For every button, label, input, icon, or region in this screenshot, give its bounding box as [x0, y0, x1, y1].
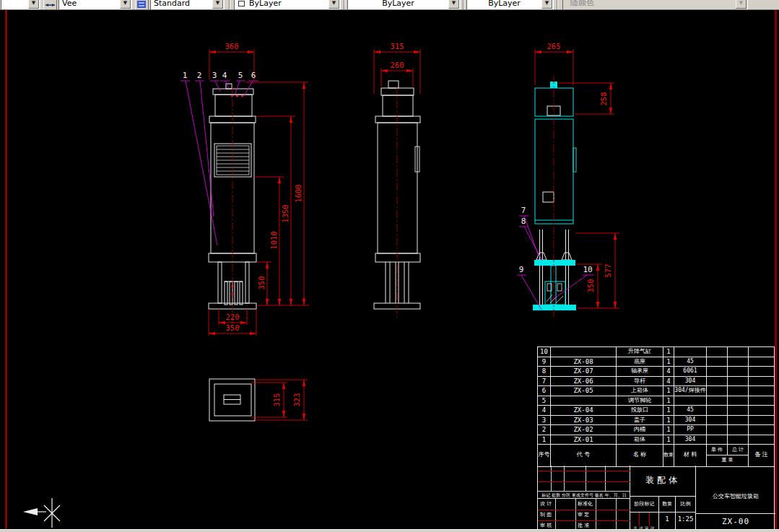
table-header-row: 序号 代 号 名 称 数量 材 料 单 件 总 计 重 量 备 注	[538, 445, 774, 466]
dim-text: 265	[547, 42, 561, 51]
dimstyle-combo[interactable]: Vee ▼	[58, 0, 132, 10]
part-qty: 1	[663, 425, 674, 435]
part-name: 调节脚轮	[617, 396, 663, 406]
color-value: ByLayer	[249, 0, 282, 8]
toolbar-separator	[557, 0, 558, 10]
table-row: 6 ZX-05 上箱体 1 304/焊接件	[538, 386, 774, 396]
toolbar-separator	[229, 0, 230, 10]
part-remark	[749, 425, 774, 435]
linetype-combo[interactable]: ByLayer ▼	[347, 0, 461, 10]
part-material: 45	[674, 357, 707, 367]
drawing-number: ZX-00	[696, 514, 775, 531]
part-code: ZX-05	[551, 386, 617, 396]
draft-label: 制 图	[540, 510, 552, 520]
header-weight-label: 重 量	[707, 455, 748, 465]
header-weight: 单 件 总 计 重 量	[707, 445, 749, 466]
chevron-down-icon[interactable]: ▼	[328, 0, 339, 9]
header-no: 序号	[538, 445, 551, 466]
chevron-down-icon[interactable]: ▼	[212, 0, 223, 9]
part-material: 45	[674, 406, 707, 415]
lineweight-value: ByLayer	[467, 0, 541, 8]
part-weight	[707, 416, 749, 425]
dim-text: 350	[586, 279, 595, 293]
properties-toolbar: ▼ Vee ▼ Standard ▼ ByLayer ▼	[0, 0, 779, 10]
part-material: 304/焊接件	[674, 386, 707, 396]
textstyle-combo[interactable]: Standard ▼	[150, 0, 225, 10]
dim-text: 258	[599, 92, 608, 106]
part-name: 升降气缸	[617, 347, 663, 357]
part-material: 304	[674, 435, 707, 445]
chevron-down-icon[interactable]: ▼	[120, 0, 131, 9]
part-weight	[707, 396, 749, 406]
part-no: 2	[538, 425, 551, 435]
part-no: 7	[538, 377, 551, 386]
part-material: 6061	[674, 367, 707, 376]
dim-text: 323	[292, 393, 301, 407]
part-no: 4	[538, 406, 551, 415]
part-weight	[707, 367, 749, 376]
chevron-down-icon[interactable]: ▼	[541, 0, 552, 9]
revision-grid	[538, 466, 630, 491]
part-weight	[707, 435, 749, 445]
part-material	[674, 396, 707, 406]
dim-text: 220	[226, 313, 240, 321]
part-name: 箱体	[617, 435, 663, 445]
approve-label: 审 定	[578, 510, 589, 520]
part-weight	[707, 377, 749, 386]
callout-number: 6	[251, 71, 256, 80]
part-remark	[749, 416, 774, 425]
header-material: 材 料	[674, 445, 707, 466]
lineweight-combo[interactable]: ByLayer ▼	[466, 0, 554, 10]
part-weight	[707, 347, 749, 357]
table-row: 3 ZX-03 盖子 1 304	[538, 416, 774, 426]
title-block-right: 公交车智能垃圾箱 ZX-00	[696, 466, 775, 531]
header-code: 代 号	[551, 445, 617, 466]
callout-number: 8	[521, 217, 526, 226]
part-remark	[749, 396, 774, 406]
linetype-value: ByLayer	[348, 0, 448, 8]
part-remark	[749, 357, 774, 367]
text-style-icon	[136, 0, 148, 9]
table-row: 2 ZX-02 内桶 1 PP	[538, 425, 774, 435]
layer-combo[interactable]: ▼	[1, 0, 40, 10]
callout-number: 1	[183, 71, 188, 80]
plotstyle-combo: 随颜色 ▼	[562, 0, 748, 10]
part-code: ZX-03	[551, 416, 617, 425]
chevron-down-icon[interactable]: ▼	[448, 0, 459, 9]
chevron-down-icon[interactable]: ▼	[28, 0, 39, 9]
part-weight	[707, 386, 749, 396]
part-name: 底座	[617, 357, 663, 367]
dim-text: 315	[391, 42, 404, 51]
table-row: 8 ZX-07 轴承座 4 6061	[538, 367, 774, 377]
callout-number: 9	[519, 265, 524, 274]
part-remark	[749, 386, 774, 396]
callout-number: 5	[238, 71, 243, 80]
parts-table: 10 升降气缸 1 9 ZX-08 底座 1 45 8 ZX-07 轴承座 4 …	[537, 346, 775, 467]
part-qty: 1	[663, 396, 674, 406]
part-name: 轴承座	[617, 367, 663, 376]
header-total: 总 计	[728, 445, 748, 455]
callout-number: 3	[212, 71, 217, 80]
dim-style-button[interactable]	[43, 0, 57, 10]
dim-text: 1350	[281, 204, 290, 222]
table-row: 10 升降气缸 1	[538, 347, 774, 357]
stage-label: 阶段标记	[630, 497, 659, 512]
part-code: ZX-07	[551, 367, 617, 376]
part-weight	[707, 406, 749, 415]
part-no: 8	[538, 367, 551, 376]
part-qty: 1	[663, 416, 674, 425]
part-qty: 1	[663, 406, 674, 415]
textstyle-value: Standard	[154, 0, 190, 8]
dim-text: 315	[272, 393, 281, 407]
sheet-border-right	[775, 10, 777, 529]
qty-label: 数量	[659, 497, 676, 512]
table-row: 5 调节脚轮 1	[538, 396, 774, 406]
part-code: ZX-06	[551, 377, 617, 386]
part-qty: 1	[663, 357, 674, 367]
part-name: 投放口	[617, 406, 663, 415]
table-row: 7 ZX-06 导杆 4 304	[538, 377, 774, 387]
cad-window: ▼ Vee ▼ Standard ▼ ByLayer ▼	[0, 0, 779, 532]
part-material	[674, 347, 707, 357]
color-combo[interactable]: ByLayer ▼	[234, 0, 341, 10]
text-style-button[interactable]	[135, 0, 149, 10]
